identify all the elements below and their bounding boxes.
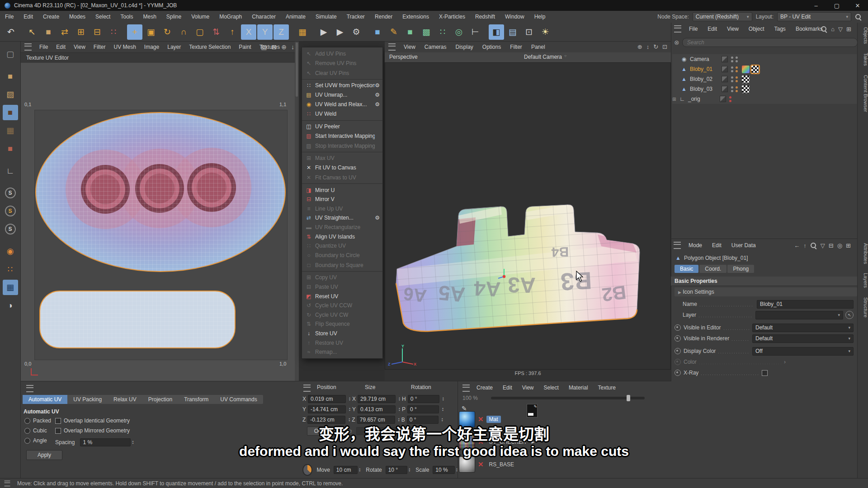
- toolbar-icon[interactable]: ▦: [295, 24, 310, 40]
- menu-item[interactable]: Mesh: [138, 11, 161, 23]
- camera-label[interactable]: Default Camera: [524, 54, 562, 60]
- menu-item[interactable]: MoGraph: [214, 11, 247, 23]
- toolbar-icon[interactable]: ▢: [192, 24, 208, 40]
- uv-menu-item[interactable]: ↺ Cycle UV CCW ⚙: [302, 301, 382, 310]
- menu-item[interactable]: Options: [478, 42, 505, 52]
- layer-dropdown[interactable]: ▾: [755, 311, 843, 319]
- uv-menu-item[interactable]: ◨ Mirror U ⚙: [302, 185, 382, 195]
- uv-menu-item[interactable]: ⊞ Copy UV ⚙: [302, 273, 382, 282]
- stepper-icon[interactable]: ▴▾: [349, 397, 350, 401]
- uv-menu-item[interactable]: ▨ Start Interactive Mapping ⚙: [302, 131, 382, 141]
- layer-swatch[interactable]: [722, 56, 728, 62]
- icon-settings-group[interactable]: ▶ Icon Settings: [675, 287, 857, 296]
- toolbar-icon[interactable]: ⊡: [521, 24, 537, 40]
- uv-menu-item[interactable]: ⊞ Max UV ⚙: [302, 154, 382, 163]
- move-step-input[interactable]: 10 cm: [334, 466, 358, 474]
- menu-item[interactable]: X-Particles: [434, 11, 470, 23]
- toolbar-icon[interactable]: ▶: [316, 24, 331, 40]
- attributes-tab[interactable]: Coord.: [699, 265, 726, 273]
- uv-tools-tab[interactable]: UV Packing: [67, 395, 108, 404]
- uv-menu-item[interactable]: ∷ UV Weld ⚙: [302, 109, 382, 121]
- mode-icon[interactable]: ▢: [3, 47, 18, 62]
- attributes-tab[interactable]: Basic: [675, 265, 698, 273]
- menu-item[interactable]: Image: [140, 42, 163, 52]
- menu-item[interactable]: Character: [247, 11, 281, 23]
- visibility-dots[interactable]: [731, 56, 733, 62]
- menu-item[interactable]: Tags: [769, 23, 791, 35]
- menu-item[interactable]: Edit: [498, 382, 517, 394]
- toolbar-icon[interactable]: ⊞: [73, 24, 89, 40]
- uv-menu-item[interactable]: ↖ Add UV Pins ⚙: [302, 49, 382, 59]
- uv-menu-item[interactable]: ◩ Reset UV ⚙: [302, 291, 382, 301]
- up-arrow-icon[interactable]: ↑: [803, 242, 807, 249]
- menu-item[interactable]: Create: [472, 382, 498, 394]
- toolbar-icon[interactable]: ◎: [451, 24, 467, 40]
- visible-editor-dropdown[interactable]: Default▾: [752, 324, 854, 332]
- visibility-dots[interactable]: [731, 66, 733, 72]
- menu-item[interactable]: Display: [451, 42, 477, 52]
- layout-dropdown[interactable]: BP - UV Edit▾: [777, 12, 851, 21]
- layer-swatch[interactable]: [722, 76, 728, 82]
- rotate-step-input[interactable]: 10 °: [386, 466, 408, 474]
- mode-icon[interactable]: ▦: [3, 123, 18, 138]
- toolbar-icon[interactable]: ⇅: [208, 24, 224, 40]
- panel-icon[interactable]: ▤: [261, 43, 267, 51]
- toolbar-icon[interactable]: ⊢: [467, 24, 483, 40]
- uv-menu-item[interactable]: ✕ Fit Canvas to UV ⚙: [302, 172, 382, 184]
- add-panel-icon[interactable]: ⊞: [846, 26, 851, 33]
- toolbar-icon[interactable]: ◧: [489, 24, 504, 40]
- mode-icon[interactable]: S: [3, 203, 18, 219]
- menu-item[interactable]: Mode: [684, 239, 707, 251]
- panel-menu-icon[interactable]: [462, 385, 470, 392]
- search-input[interactable]: [682, 38, 858, 47]
- stepper-icon[interactable]: ▴▾: [359, 468, 360, 472]
- visibility-dots[interactable]: [736, 56, 738, 62]
- rotation-p-input[interactable]: 0 °: [407, 405, 439, 413]
- filter-icon[interactable]: ▽: [838, 26, 843, 33]
- menu-item[interactable]: Paint: [235, 42, 255, 52]
- menu-item[interactable]: File: [684, 23, 703, 35]
- toolbar-icon[interactable]: +: [127, 24, 142, 40]
- viewport-nav-icon[interactable]: ↻: [653, 43, 658, 50]
- object-row-camera[interactable]: ◉ Camera: [672, 54, 857, 64]
- menu-item[interactable]: Filter: [505, 42, 527, 52]
- stepper-icon[interactable]: ▴▾: [443, 397, 444, 401]
- panel-menu-icon[interactable]: [388, 43, 396, 51]
- home-icon[interactable]: ⌂: [831, 26, 835, 33]
- gear-icon[interactable]: ⚙: [375, 101, 380, 108]
- stepper-icon[interactable]: ▴▾: [398, 418, 400, 422]
- mode-icon[interactable]: ■: [3, 69, 18, 84]
- uv-scrollbar[interactable]: [295, 42, 299, 381]
- slider-handle[interactable]: [627, 395, 630, 401]
- mode-icon[interactable]: ∟: [3, 163, 18, 178]
- viewport-nav-icon[interactable]: ↕: [646, 43, 650, 50]
- stepper-icon[interactable]: ▴▾: [456, 468, 458, 472]
- object-name[interactable]: Bloby_01: [690, 66, 722, 72]
- object-row-orig[interactable]: ⊞ ∟ _orig: [672, 94, 857, 104]
- menu-item[interactable]: File: [35, 42, 52, 52]
- mode-icon[interactable]: ∷: [3, 262, 18, 277]
- uv-menu-item[interactable]: ⇄ UV Straighten... ⚙: [302, 213, 382, 223]
- viewport-nav-icon[interactable]: ⊕: [637, 43, 642, 50]
- toolbar-icon[interactable]: ↑: [225, 24, 240, 40]
- uv-tools-tab[interactable]: Projection: [142, 395, 178, 404]
- scale-step-input[interactable]: 10 %: [433, 466, 455, 474]
- uv-tools-tab[interactable]: Automatic UV: [23, 395, 67, 404]
- position-x-input[interactable]: 0.019 cm: [308, 395, 346, 403]
- menu-item[interactable]: Extensions: [397, 11, 434, 23]
- visible-renderer-dropdown[interactable]: Default▾: [752, 334, 854, 343]
- uv-menu-item[interactable]: ◫ UV Peeler ⚙: [302, 122, 382, 131]
- stepper-icon[interactable]: ▴▾: [409, 468, 410, 472]
- mode-icon[interactable]: ■: [3, 141, 18, 156]
- uv-menu-item[interactable]: ≡ Line Up UV ⚙: [302, 204, 382, 214]
- object-name[interactable]: Bloby_02: [690, 76, 722, 82]
- panel-icon[interactable]: ⊕: [281, 43, 287, 51]
- gear-icon[interactable]: ⚙: [375, 82, 380, 89]
- menu-item[interactable]: Volume: [186, 11, 214, 23]
- menu-item[interactable]: Modes: [64, 11, 90, 23]
- mode-icon[interactable]: ◑: [3, 298, 18, 313]
- checker-texture-tag-icon[interactable]: [751, 66, 759, 73]
- material-delete-icon[interactable]: ✕: [478, 460, 484, 469]
- menu-item[interactable]: View: [70, 42, 90, 52]
- uv-menu-item[interactable]: ⇅ Flip Sequence ⚙: [302, 319, 382, 329]
